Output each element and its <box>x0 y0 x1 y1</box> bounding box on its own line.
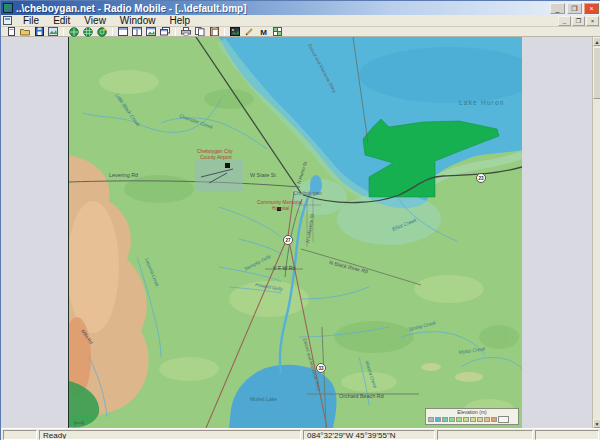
window-cascade-icon <box>160 27 170 36</box>
globe-map-icon <box>69 27 79 37</box>
legend-swatch <box>484 417 490 422</box>
child-close-button[interactable]: × <box>586 16 599 26</box>
grid-icon <box>273 27 282 36</box>
document-icon[interactable] <box>3 16 12 25</box>
picture-window-button[interactable] <box>144 27 158 36</box>
legend-swatches <box>428 416 516 423</box>
pencil-icon <box>245 27 254 36</box>
grid-button[interactable] <box>270 27 284 36</box>
legend-swatch <box>428 417 434 422</box>
split-window-button[interactable] <box>130 27 144 36</box>
status-bar: Ready 084°32'29"W 45°39'55"N <box>1 428 600 440</box>
open-button[interactable] <box>18 27 32 36</box>
status-panel-2 <box>437 430 533 440</box>
window-icon <box>118 27 128 36</box>
label-mullett-lake: Mullett Lake <box>250 396 277 402</box>
label-button[interactable]: M <box>256 27 270 36</box>
legend-swatch <box>449 417 455 422</box>
title-bar: ..\cheboygan.net - Radio Mobile - [..\de… <box>1 1 600 15</box>
label-hospital-1: Community Memorial <box>257 200 302 205</box>
legend-swatch <box>470 417 476 422</box>
child-restore-button[interactable]: ❐ <box>572 16 585 26</box>
label-vfw-rd: V F W Rd <box>273 265 296 271</box>
legend-swatch <box>477 417 483 422</box>
legend-title: Elevation (m) <box>428 410 516 415</box>
label-hospital-2: Hospital <box>272 206 289 211</box>
restore-button[interactable]: ❐ <box>567 3 582 14</box>
save-icon <box>35 27 44 36</box>
globe-net-icon <box>97 27 107 37</box>
menu-edit[interactable]: Edit <box>46 15 77 27</box>
label-cheboygan: Cheboygan <box>293 190 322 196</box>
window-split-icon <box>132 27 142 36</box>
label-lake-huron: Lake Huron <box>459 99 505 106</box>
text-icon: M <box>259 27 268 36</box>
menu-file[interactable]: File <box>16 15 46 27</box>
picture-icon <box>48 27 58 36</box>
status-panel-blank <box>3 430 37 440</box>
globe-grid-icon <box>83 27 93 37</box>
scroll-up-icon[interactable]: ▲ <box>593 37 600 46</box>
map-properties-button[interactable] <box>67 27 81 36</box>
copy-icon <box>195 27 205 36</box>
label-orchard-beach-rd: Orchard Beach Rd <box>339 393 384 399</box>
scroll-down-icon[interactable]: ▼ <box>593 419 600 428</box>
cascade-window-button[interactable] <box>158 27 172 36</box>
menu-view[interactable]: View <box>77 15 113 27</box>
shield-27: 27 <box>285 238 291 243</box>
legend-swatch <box>435 417 441 422</box>
print-icon <box>181 27 191 36</box>
label-levering-rd: Levering Rd <box>109 172 138 178</box>
svg-text:M: M <box>260 28 267 37</box>
new-icon <box>7 27 16 36</box>
legend-end-box <box>498 416 509 423</box>
vertical-scrollbar[interactable]: ▲ ▼ <box>592 37 600 428</box>
copy-button[interactable] <box>193 27 207 36</box>
image-icon <box>230 27 240 36</box>
airport-marker <box>225 163 230 168</box>
legend-swatch <box>463 417 469 422</box>
open-icon <box>20 27 30 36</box>
label-w-state-st: W State St <box>250 172 276 178</box>
save-picture-button[interactable] <box>46 27 60 36</box>
menu-bar: File Edit View Window Help _ ❐ × <box>1 15 600 27</box>
status-coordinates: 084°32'29"W 45°39'55"N <box>303 430 435 440</box>
status-ready: Ready <box>39 430 301 440</box>
paste-icon <box>210 27 219 36</box>
save-button[interactable] <box>32 27 46 36</box>
print-button[interactable] <box>179 27 193 36</box>
legend-swatch <box>442 417 448 422</box>
map-canvas: 27 23 33 Lake Huron Little Black Creek Q… <box>69 37 522 428</box>
legend-swatch <box>456 417 462 422</box>
radio-mobile-window: ..\cheboygan.net - Radio Mobile - [..\de… <box>0 0 600 440</box>
map-document[interactable]: 27 23 33 Lake Huron Little Black Creek Q… <box>68 37 521 428</box>
child-minimize-button[interactable]: _ <box>558 16 571 26</box>
airport-area <box>195 159 243 191</box>
draw-button[interactable] <box>242 27 256 36</box>
legend-swatch <box>491 417 497 422</box>
label-airport-2: County Airport <box>200 154 232 160</box>
mdi-client-area: 27 23 33 Lake Huron Little Black Creek Q… <box>1 37 600 428</box>
elevation-legend: Elevation (m) <box>425 408 519 425</box>
minimize-button[interactable]: _ <box>550 3 565 14</box>
window-title: ..\cheboygan.net - Radio Mobile - [..\de… <box>16 3 247 14</box>
window-picture-icon <box>146 27 156 36</box>
toolbar: M <box>1 27 600 37</box>
status-panel-3 <box>535 430 599 440</box>
elevation-grid-button[interactable] <box>81 27 95 36</box>
menu-help[interactable]: Help <box>162 15 197 27</box>
menu-window[interactable]: Window <box>113 15 163 27</box>
high-terrain-core <box>69 201 119 333</box>
close-button[interactable]: × <box>584 3 599 14</box>
app-icon[interactable] <box>3 3 13 13</box>
marsh-bay <box>337 193 441 245</box>
shield-23: 23 <box>478 176 484 181</box>
new-picture-button[interactable] <box>116 27 130 36</box>
paste-button[interactable] <box>207 27 221 36</box>
scrollbar-thumb[interactable] <box>593 47 600 99</box>
view-picture-button[interactable] <box>228 27 242 36</box>
merge-pictures-button[interactable] <box>95 27 109 36</box>
shield-33: 33 <box>318 366 324 371</box>
new-button[interactable] <box>4 27 18 36</box>
